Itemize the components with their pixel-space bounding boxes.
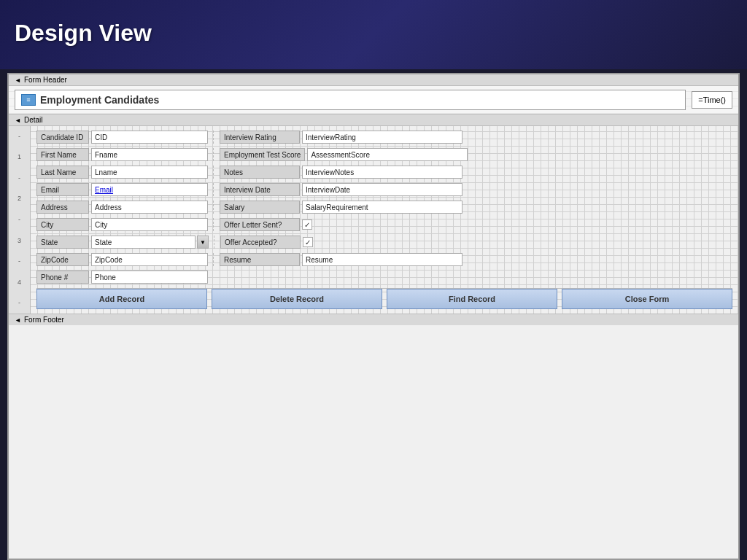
form-title: Employment Candidates (40, 94, 159, 106)
label-state: State (36, 236, 89, 249)
input-email[interactable]: Email (91, 183, 208, 196)
input-interview-date[interactable]: InterviewDate (302, 183, 462, 196)
right-test-score: Employment Test Score AssessmentScore (213, 148, 468, 161)
form-footer-arrow: ◄ (15, 316, 21, 324)
label-offer-letter: Offer Letter Sent? (220, 218, 300, 231)
input-lname[interactable]: Lname (91, 166, 208, 179)
field-row-last-name: Last Name Lname Notes InterviewNotes (36, 166, 732, 179)
field-row-phone: Phone # Phone (36, 271, 732, 284)
right-notes: Notes InterviewNotes (213, 166, 462, 179)
time-expression-box: =Time() (692, 91, 732, 109)
field-row-first-name: First Name Fname Employment Test Score A… (36, 148, 732, 161)
input-phone[interactable]: Phone (91, 271, 208, 284)
ruler-tick-4: - (18, 215, 20, 225)
fields-area: Candidate ID CID Interview Rating Interv… (31, 126, 738, 314)
field-row-address: Address Address Salary SalaryRequirement (36, 201, 732, 214)
field-row-city: City City Offer Letter Sent? ✓ (36, 218, 732, 231)
ruler-tick-3: 2 (18, 194, 21, 203)
label-email: Email (36, 183, 89, 196)
label-address: Address (36, 201, 89, 214)
ruler-tick-6: - (18, 257, 20, 266)
label-city: City (36, 218, 89, 231)
label-candidate-id: Candidate ID (36, 131, 89, 144)
label-first-name: First Name (36, 148, 89, 161)
arrow-icon: ◄ (15, 77, 21, 84)
label-offer-accepted: Offer Accepted? (220, 236, 301, 249)
label-notes: Notes (220, 166, 300, 179)
form-header-content: ≡ Employment Candidates =Time() (9, 86, 738, 114)
ruler-tick-7: 4 (18, 278, 21, 287)
close-form-button[interactable]: Close Form (562, 289, 732, 309)
title-bar: Design View (0, 0, 747, 69)
label-last-name: Last Name (36, 166, 89, 179)
add-record-button[interactable]: Add Record (36, 289, 207, 309)
right-offer-letter: Offer Letter Sent? ✓ (213, 218, 312, 231)
form-icon: ≡ (21, 94, 36, 106)
checkbox-offer-letter[interactable]: ✓ (302, 219, 312, 230)
input-zipcode[interactable]: ZipCode (91, 253, 208, 266)
label-zipcode: ZipCode (36, 253, 89, 266)
form-title-box: ≡ Employment Candidates (15, 90, 686, 110)
ruler-tick-5: 3 (18, 236, 21, 246)
ruler-tick-2: - (18, 174, 20, 183)
field-row-zipcode: ZipCode ZipCode Resume Resume (36, 253, 732, 266)
right-offer-accepted: Offer Accepted? ✓ (214, 236, 313, 249)
checkbox-offer-accepted[interactable]: ✓ (303, 237, 313, 247)
detail-content-area: - 1 - 2 - 3 - 4 - Candidate ID CID Inter… (9, 126, 738, 314)
page-title: Design View (15, 20, 152, 47)
detail-arrow-icon: ◄ (15, 117, 21, 124)
input-cid[interactable]: CID (91, 131, 208, 144)
ruler-sidebar: - 1 - 2 - 3 - 4 - (9, 126, 31, 314)
label-resume: Resume (220, 253, 300, 266)
input-resume[interactable]: Resume (302, 253, 462, 266)
label-interview-date: Interview Date (220, 183, 300, 196)
ruler-tick-1: 1 (18, 152, 21, 162)
right-resume: Resume Resume (213, 253, 462, 266)
field-row-email: Email Email Interview Date InterviewDate (36, 183, 732, 196)
delete-record-button[interactable]: Delete Record (212, 289, 382, 309)
form-header-label: ◄ Form Header (9, 74, 738, 86)
input-city[interactable]: City (91, 218, 208, 231)
right-interview-date: Interview Date InterviewDate (213, 183, 462, 196)
buttons-area: Add Record Delete Record Find Record Clo… (36, 288, 732, 309)
input-state[interactable]: State (91, 236, 196, 249)
label-salary: Salary (220, 201, 300, 214)
field-row-state: State State ▼ Offer Accepted? ✓ (36, 236, 732, 249)
form-footer-text: Form Footer (24, 316, 64, 324)
input-fname[interactable]: Fname (91, 148, 208, 161)
input-interview-rating[interactable]: InterviewRating (302, 131, 462, 144)
ruler-tick-0: - (18, 132, 20, 141)
field-row-candidate-id: Candidate ID CID Interview Rating Interv… (36, 131, 732, 144)
input-salary[interactable]: SalaryRequirement (302, 201, 462, 214)
input-address[interactable]: Address (91, 201, 208, 214)
detail-text: Detail (24, 116, 43, 124)
input-interview-notes[interactable]: InterviewNotes (302, 166, 462, 179)
form-footer: ◄ Form Footer (9, 314, 738, 325)
time-expression: =Time() (698, 96, 726, 104)
label-interview-rating: Interview Rating (220, 131, 300, 144)
detail-section-label: ◄ Detail (9, 114, 738, 126)
ruler-tick-8: - (18, 298, 20, 308)
state-dropdown-button[interactable]: ▼ (197, 236, 209, 249)
form-header-text: Form Header (24, 76, 67, 84)
find-record-button[interactable]: Find Record (387, 289, 557, 309)
right-interview-rating: Interview Rating InterviewRating (213, 131, 462, 144)
label-test-score: Employment Test Score (220, 148, 305, 161)
right-salary: Salary SalaryRequirement (213, 201, 462, 214)
input-assessment-score[interactable]: AssessmentScore (307, 148, 468, 161)
access-window: ◄ Form Header ≡ Employment Candidates =T… (7, 73, 740, 560)
label-phone: Phone # (36, 271, 89, 284)
